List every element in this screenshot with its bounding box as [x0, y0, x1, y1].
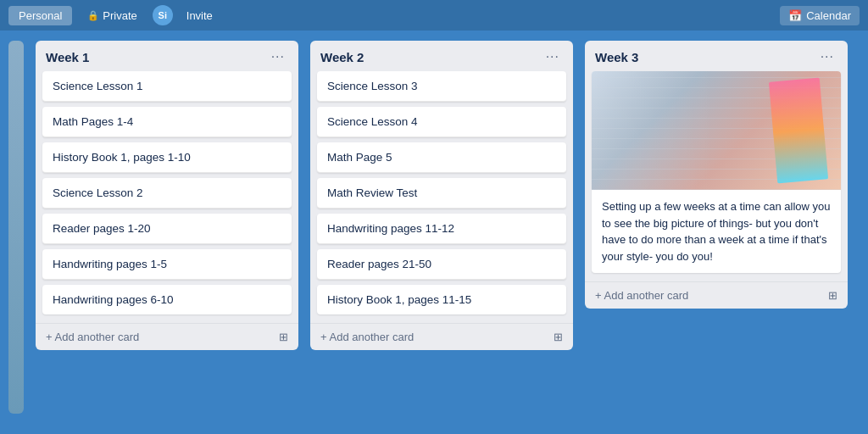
more-options-week3[interactable]: ···	[817, 49, 837, 64]
column-week2: Week 2 ··· Science Lesson 3 Science Less…	[310, 41, 573, 350]
calendar-label: Calendar	[806, 9, 851, 22]
column-header-week1: Week 1 ···	[36, 41, 298, 70]
card-image-week3[interactable]: Setting up a few weeks at a time can all…	[592, 71, 841, 273]
card-w1-2[interactable]: Math Pages 1-4	[42, 107, 292, 137]
card-image-description: Setting up a few weeks at a time can all…	[592, 190, 841, 273]
column-title-week2: Week 2	[320, 50, 364, 64]
cards-list-week1: Science Lesson 1 Math Pages 1-4 History …	[36, 70, 298, 320]
board: Week 1 ··· Science Lesson 1 Math Pages 1…	[0, 31, 868, 434]
template-icon-week1: ⊞	[279, 331, 288, 343]
template-icon-week2: ⊞	[554, 331, 563, 343]
column-header-week2: Week 2 ···	[310, 41, 573, 70]
add-card-week3[interactable]: + Add another card ⊞	[585, 281, 848, 309]
card-w2-7[interactable]: History Book 1, pages 11-15	[317, 285, 566, 314]
column-title-week1: Week 1	[46, 50, 89, 64]
card-w2-5[interactable]: Handwriting pages 11-12	[317, 214, 566, 244]
tab-private[interactable]: 🔒 Private	[77, 6, 147, 25]
card-w1-3[interactable]: History Book 1, pages 1-10	[42, 142, 292, 173]
card-w2-6[interactable]: Reader pages 21-50	[317, 249, 566, 280]
column-header-week3: Week 3 ···	[585, 41, 848, 70]
add-card-label-week3: + Add another card	[595, 289, 688, 302]
top-bar: Personal 🔒 Private Si Invite 📅 Calendar	[0, 0, 868, 31]
cards-list-week2: Science Lesson 3 Science Lesson 4 Math P…	[310, 70, 573, 320]
card-w2-3[interactable]: Math Page 5	[317, 142, 566, 173]
card-w1-6[interactable]: Handwriting pages 1-5	[42, 249, 292, 280]
column-week3: Week 3 ··· Setting up a few weeks at a t…	[585, 41, 848, 309]
calendar-icon: 📅	[788, 9, 802, 22]
card-w2-2[interactable]: Science Lesson 4	[317, 107, 566, 137]
left-strip	[8, 41, 24, 414]
card-w1-4[interactable]: Science Lesson 2	[42, 178, 292, 209]
card-image-visual	[592, 71, 841, 190]
calendar-button[interactable]: 📅 Calendar	[780, 6, 860, 25]
more-options-week1[interactable]: ···	[268, 49, 288, 64]
template-icon-week3: ⊞	[828, 289, 837, 302]
add-card-label-week2: + Add another card	[320, 331, 414, 343]
card-w1-1[interactable]: Science Lesson 1	[42, 71, 292, 102]
cards-list-week3: Setting up a few weeks at a time can all…	[585, 70, 848, 278]
invite-button[interactable]: Invite	[178, 6, 221, 25]
avatar[interactable]: Si	[153, 5, 173, 25]
lock-icon: 🔒	[87, 10, 99, 21]
card-w1-7[interactable]: Handwriting pages 6-10	[42, 285, 292, 314]
more-options-week2[interactable]: ···	[542, 49, 563, 64]
card-w2-1[interactable]: Science Lesson 3	[317, 71, 566, 102]
tab-personal[interactable]: Personal	[8, 6, 72, 25]
column-title-week3: Week 3	[595, 50, 638, 64]
add-card-week2[interactable]: + Add another card ⊞	[310, 323, 573, 350]
card-w1-5[interactable]: Reader pages 1-20	[42, 214, 292, 244]
column-week1: Week 1 ··· Science Lesson 1 Math Pages 1…	[36, 41, 298, 350]
add-card-label-week1: + Add another card	[46, 331, 139, 343]
add-card-week1[interactable]: + Add another card ⊞	[36, 323, 298, 350]
card-w2-4[interactable]: Math Review Test	[317, 178, 566, 209]
private-label: Private	[103, 9, 136, 22]
